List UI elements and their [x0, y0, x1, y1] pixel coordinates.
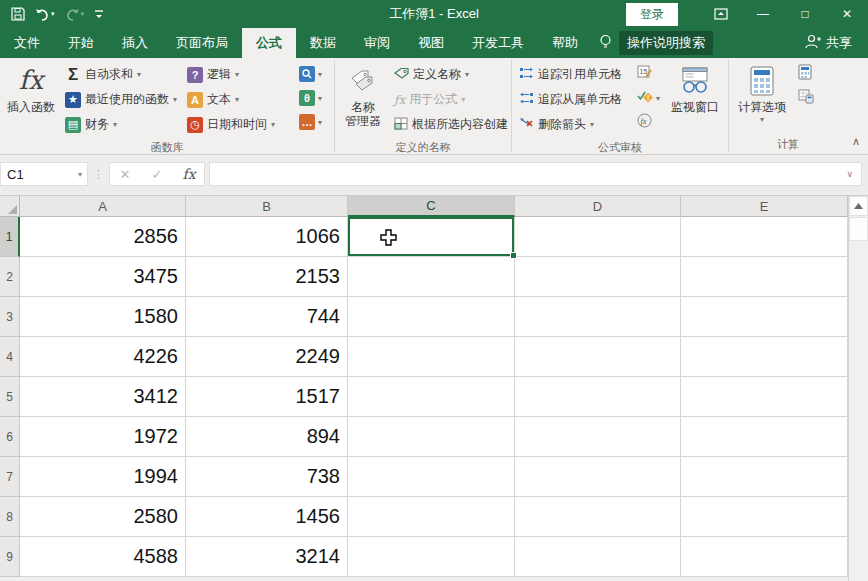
- cell-b4[interactable]: 2249: [186, 337, 348, 377]
- cell-b9[interactable]: 3214: [186, 537, 348, 577]
- cell-b5[interactable]: 1517: [186, 377, 348, 417]
- cell-a5[interactable]: 3412: [20, 377, 186, 417]
- define-name-button[interactable]: 定义名称 ▾: [391, 63, 505, 86]
- row-header-7[interactable]: 7: [0, 457, 20, 497]
- tab-data[interactable]: 数据: [296, 28, 350, 58]
- share-button[interactable]: 共享: [789, 28, 868, 58]
- use-in-formula-button[interactable]: ƒx 用于公式 ▾: [391, 88, 505, 111]
- save-button[interactable]: [8, 5, 28, 23]
- cell-e2[interactable]: [681, 257, 848, 297]
- trace-dependents-button[interactable]: 追踪从属单元格: [516, 88, 630, 111]
- watch-window-button[interactable]: 监视窗口: [666, 60, 724, 117]
- cell-c4[interactable]: [348, 337, 515, 377]
- date-time-button[interactable]: ◷ 日期和时间 ▾: [184, 113, 292, 136]
- scrollbar-thumb[interactable]: [849, 217, 868, 241]
- tab-formulas[interactable]: 公式: [242, 28, 296, 58]
- insert-function-fx-icon[interactable]: fx: [180, 166, 198, 182]
- calculate-now-button[interactable]: [795, 63, 827, 85]
- error-checking-button[interactable]: ! ▾: [634, 87, 664, 109]
- cell-d5[interactable]: [515, 377, 681, 417]
- tab-review[interactable]: 审阅: [350, 28, 404, 58]
- cell-a7[interactable]: 1994: [20, 457, 186, 497]
- undo-button[interactable]: ▾: [32, 6, 58, 23]
- cell-b6[interactable]: 894: [186, 417, 348, 457]
- tab-page-layout[interactable]: 页面布局: [162, 28, 242, 58]
- cell-a6[interactable]: 1972: [20, 417, 186, 457]
- trace-precedents-button[interactable]: 追踪引用单元格: [516, 63, 630, 86]
- cell-d2[interactable]: [515, 257, 681, 297]
- fill-handle[interactable]: [510, 252, 517, 259]
- column-header-e[interactable]: E: [681, 196, 848, 217]
- undo-dropdown-icon[interactable]: ▾: [51, 10, 55, 18]
- cell-e5[interactable]: [681, 377, 848, 417]
- name-box[interactable]: C1 ▾: [0, 162, 88, 186]
- tab-home[interactable]: 开始: [54, 28, 108, 58]
- customize-qat-button[interactable]: [91, 6, 107, 22]
- cell-c6[interactable]: [348, 417, 515, 457]
- create-from-selection-button[interactable]: 根据所选内容创建: [391, 113, 505, 136]
- cell-c1-selected[interactable]: [348, 217, 515, 257]
- cell-b2[interactable]: 2153: [186, 257, 348, 297]
- cell-a3[interactable]: 1580: [20, 297, 186, 337]
- expand-formula-bar-icon[interactable]: ∨: [846, 169, 853, 179]
- ribbon-display-options-button[interactable]: [700, 0, 742, 28]
- row-header-9[interactable]: 9: [0, 537, 20, 577]
- cell-b8[interactable]: 1456: [186, 497, 348, 537]
- minimize-button[interactable]: —: [742, 0, 784, 28]
- calculation-options-button[interactable]: 计算选项 ▾: [731, 60, 793, 126]
- maximize-button[interactable]: □: [784, 0, 826, 28]
- cell-a8[interactable]: 2580: [20, 497, 186, 537]
- name-manager-button[interactable]: 名称 管理器: [337, 60, 389, 131]
- cancel-icon[interactable]: ✕: [116, 167, 134, 182]
- formula-bar-resizer[interactable]: ⋮: [88, 169, 109, 179]
- cell-d3[interactable]: [515, 297, 681, 337]
- cell-e8[interactable]: [681, 497, 848, 537]
- redo-button[interactable]: ▾: [62, 6, 88, 23]
- cell-c3[interactable]: [348, 297, 515, 337]
- close-button[interactable]: ✕: [826, 0, 868, 28]
- cell-c2[interactable]: [348, 257, 515, 297]
- cell-d6[interactable]: [515, 417, 681, 457]
- cell-e1[interactable]: [681, 217, 848, 257]
- autosum-button[interactable]: Σ 自动求和 ▾: [62, 63, 180, 86]
- column-header-d[interactable]: D: [515, 196, 681, 217]
- row-header-4[interactable]: 4: [0, 337, 20, 377]
- cell-c8[interactable]: [348, 497, 515, 537]
- cell-d1[interactable]: [515, 217, 681, 257]
- more-functions-button[interactable]: … ▾: [296, 111, 328, 133]
- column-header-c[interactable]: C: [348, 196, 515, 217]
- calculate-sheet-button[interactable]: [795, 87, 827, 109]
- show-formulas-button[interactable]: 15: [634, 63, 664, 85]
- tab-help[interactable]: 帮助: [538, 28, 592, 58]
- financial-button[interactable]: ▤ 财务 ▾: [62, 113, 180, 136]
- recently-used-button[interactable]: ★ 最近使用的函数 ▾: [62, 88, 180, 111]
- collapse-ribbon-button[interactable]: ∧: [852, 135, 860, 148]
- cell-c9[interactable]: [348, 537, 515, 577]
- tab-file[interactable]: 文件: [0, 28, 54, 58]
- column-header-b[interactable]: B: [186, 196, 348, 217]
- tab-insert[interactable]: 插入: [108, 28, 162, 58]
- tell-me-search[interactable]: 操作说明搜索: [619, 31, 713, 55]
- scroll-up-button[interactable]: [849, 196, 868, 216]
- remove-arrows-button[interactable]: 删除箭头 ▾: [516, 113, 630, 136]
- cell-d4[interactable]: [515, 337, 681, 377]
- cell-e6[interactable]: [681, 417, 848, 457]
- math-trig-button[interactable]: θ ▾: [296, 87, 328, 109]
- name-box-dropdown-icon[interactable]: ▾: [78, 170, 87, 179]
- cell-d9[interactable]: [515, 537, 681, 577]
- cell-e9[interactable]: [681, 537, 848, 577]
- text-button[interactable]: A 文本 ▾: [184, 88, 292, 111]
- cell-c7[interactable]: [348, 457, 515, 497]
- cell-b3[interactable]: 744: [186, 297, 348, 337]
- formula-input[interactable]: ∨: [209, 162, 862, 186]
- enter-icon[interactable]: ✓: [148, 167, 166, 182]
- lookup-reference-button[interactable]: ▾: [296, 63, 328, 85]
- tab-developer[interactable]: 开发工具: [458, 28, 538, 58]
- cell-b1[interactable]: 1066: [186, 217, 348, 257]
- tab-view[interactable]: 视图: [404, 28, 458, 58]
- column-header-a[interactable]: A: [20, 196, 186, 217]
- cell-a2[interactable]: 3475: [20, 257, 186, 297]
- evaluate-formula-button[interactable]: fx: [634, 111, 664, 133]
- cell-c5[interactable]: [348, 377, 515, 417]
- row-header-1[interactable]: 1: [0, 217, 20, 257]
